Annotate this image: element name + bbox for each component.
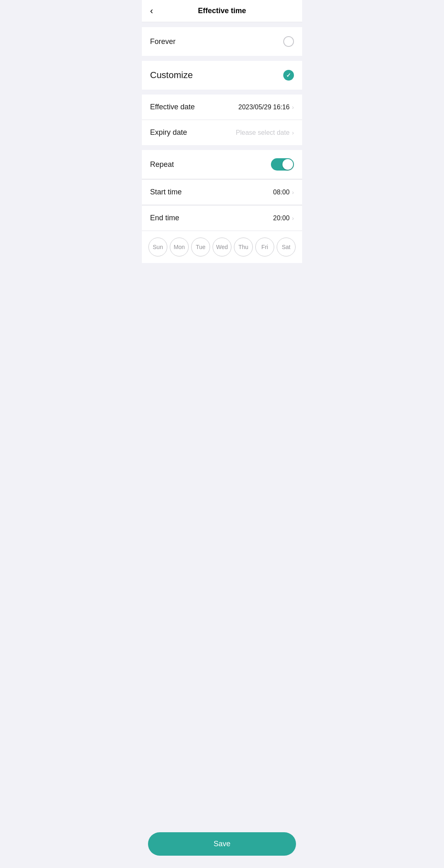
end-time-chevron: ›: [292, 215, 294, 222]
start-time-chevron: ›: [292, 189, 294, 196]
forever-radio[interactable]: [283, 36, 294, 47]
start-time-row[interactable]: Start time 08:00 ›: [142, 179, 302, 205]
end-time-value: 20:00 ›: [273, 215, 294, 222]
day-fri[interactable]: Fri: [255, 238, 274, 256]
effective-date-row[interactable]: Effective date 2023/05/29 16:16 ›: [142, 95, 302, 120]
repeat-label: Repeat: [150, 160, 174, 169]
customize-radio[interactable]: [283, 70, 294, 81]
day-wed[interactable]: Wed: [213, 238, 231, 256]
expiry-date-value: Please select date ›: [236, 129, 294, 136]
start-time-label: Start time: [150, 188, 182, 196]
divider-3: [142, 145, 302, 150]
forever-option[interactable]: Forever: [142, 27, 302, 56]
divider-top: [142, 22, 302, 27]
effective-date-label: Effective date: [150, 103, 195, 111]
back-button[interactable]: ‹: [150, 6, 153, 16]
effective-date-text: 2023/05/29 16:16: [238, 104, 290, 111]
day-thu[interactable]: Thu: [234, 238, 253, 256]
header: ‹ Effective time: [142, 0, 302, 22]
end-time-row[interactable]: End time 20:00 ›: [142, 205, 302, 231]
customize-section: Customize: [142, 61, 302, 90]
expiry-date-section: Expiry date Please select date ›: [142, 120, 302, 145]
day-sun[interactable]: Sun: [148, 238, 167, 256]
customize-label: Customize: [150, 70, 193, 81]
expiry-date-placeholder: Please select date: [236, 129, 290, 136]
effective-date-value: 2023/05/29 16:16 ›: [238, 104, 294, 111]
repeat-row[interactable]: Repeat: [142, 150, 302, 179]
end-time-text: 20:00: [273, 215, 289, 222]
effective-date-chevron: ›: [292, 104, 294, 111]
divider-1: [142, 56, 302, 61]
start-time-text: 08:00: [273, 189, 289, 196]
expiry-date-label: Expiry date: [150, 128, 187, 137]
expiry-date-row[interactable]: Expiry date Please select date ›: [142, 120, 302, 145]
repeat-section: Repeat Start time 08:00 › End time 20:00…: [142, 150, 302, 263]
day-sat[interactable]: Sat: [277, 238, 296, 256]
days-row: Sun Mon Tue Wed Thu Fri Sat: [142, 231, 302, 263]
bottom-spacer: [142, 263, 302, 337]
customize-option[interactable]: Customize: [142, 61, 302, 90]
effective-date-section: Effective date 2023/05/29 16:16 ›: [142, 95, 302, 120]
divider-2: [142, 90, 302, 95]
start-time-value: 08:00 ›: [273, 189, 294, 196]
page-title: Effective time: [198, 7, 246, 15]
repeat-toggle[interactable]: [271, 158, 294, 171]
toggle-knob: [282, 159, 293, 170]
expiry-date-chevron: ›: [292, 129, 294, 136]
forever-section: Forever: [142, 27, 302, 56]
day-tue[interactable]: Tue: [191, 238, 210, 256]
forever-label: Forever: [150, 37, 176, 46]
end-time-label: End time: [150, 214, 179, 222]
day-mon[interactable]: Mon: [170, 238, 189, 256]
